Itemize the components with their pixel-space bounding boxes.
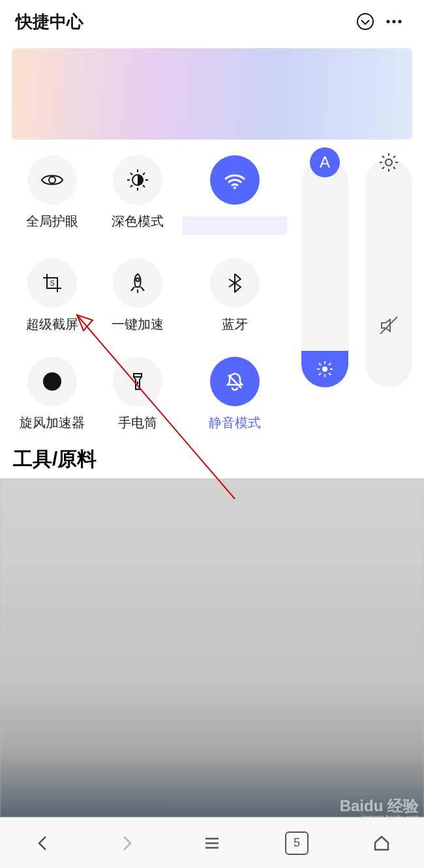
screenshot-icon: S bbox=[27, 258, 77, 308]
more-icon[interactable] bbox=[380, 7, 408, 36]
tile-eye-protect[interactable]: 全局护眼 bbox=[12, 155, 92, 235]
volume-slider[interactable] bbox=[365, 159, 412, 387]
tile-label: 深色模式 bbox=[112, 213, 164, 230]
tile-label: 全局护眼 bbox=[26, 213, 78, 230]
blurred-content bbox=[0, 479, 424, 817]
forward-button[interactable] bbox=[110, 826, 144, 860]
tile-label: 静音模式 bbox=[209, 414, 261, 432]
svg-point-3 bbox=[398, 20, 401, 23]
header: 快捷中心 bbox=[0, 0, 424, 37]
back-button[interactable] bbox=[25, 826, 59, 860]
page-title: 快捷中心 bbox=[16, 10, 351, 33]
flashlight-icon bbox=[113, 357, 162, 406]
svg-line-13 bbox=[143, 173, 145, 175]
tile-label: 超级截屏 bbox=[26, 316, 78, 333]
gradient-banner bbox=[12, 48, 412, 140]
svg-point-1 bbox=[386, 20, 389, 23]
svg-point-4 bbox=[49, 177, 55, 183]
bluetooth-icon bbox=[210, 258, 260, 308]
svg-line-25 bbox=[319, 363, 321, 365]
svg-line-26 bbox=[329, 373, 331, 375]
tile-super-screenshot[interactable]: S 超级截屏 bbox=[12, 258, 92, 333]
eye-icon bbox=[27, 155, 77, 205]
svg-point-0 bbox=[357, 14, 373, 29]
tile-bluetooth[interactable]: 蓝牙 bbox=[183, 258, 287, 333]
brightness-icon bbox=[316, 360, 334, 378]
svg-point-14 bbox=[234, 187, 236, 189]
watermark-brand: Baidu 经验 bbox=[340, 798, 419, 814]
svg-line-12 bbox=[130, 185, 132, 187]
tile-wifi[interactable] bbox=[183, 155, 287, 235]
menu-button[interactable] bbox=[195, 826, 229, 860]
tile-one-tap-boost[interactable]: 一键加速 bbox=[97, 258, 177, 333]
collapse-icon[interactable] bbox=[351, 7, 380, 36]
svg-line-10 bbox=[130, 173, 132, 175]
quick-toggle-grid: 全局护眼 深色模式 S 超级截屏 一键加速 bbox=[12, 155, 287, 432]
svg-line-28 bbox=[329, 363, 331, 365]
svg-line-30 bbox=[380, 317, 397, 334]
wifi-ssid-bar bbox=[183, 217, 287, 235]
brightness-fill bbox=[301, 351, 348, 387]
brightness-slider[interactable]: A bbox=[301, 159, 348, 387]
dot-icon bbox=[27, 357, 77, 406]
svg-line-27 bbox=[319, 373, 321, 375]
tab-count: 5 bbox=[285, 831, 309, 855]
svg-point-20 bbox=[322, 367, 327, 372]
svg-text:S: S bbox=[50, 280, 54, 287]
tile-spin-accelerator[interactable]: 旋风加速器 bbox=[12, 357, 92, 432]
bell-off-icon bbox=[210, 357, 260, 406]
quick-panel: 全局护眼 深色模式 S 超级截屏 一键加速 bbox=[0, 140, 424, 451]
gear-icon[interactable] bbox=[374, 147, 404, 177]
svg-point-2 bbox=[392, 20, 395, 23]
tile-label: 手电筒 bbox=[118, 414, 157, 432]
background-page: 工具/原料 bbox=[0, 440, 424, 817]
tile-label: 旋风加速器 bbox=[20, 414, 85, 432]
svg-point-16 bbox=[136, 278, 139, 282]
tabs-button[interactable]: 5 bbox=[280, 826, 314, 860]
svg-line-11 bbox=[143, 185, 145, 187]
rocket-icon bbox=[113, 258, 162, 308]
tile-flashlight[interactable]: 手电筒 bbox=[97, 357, 177, 432]
home-button[interactable] bbox=[365, 826, 399, 860]
browser-bottom-bar: 5 bbox=[0, 817, 424, 868]
volume-mute-icon bbox=[378, 314, 400, 337]
section-title: 工具/原料 bbox=[0, 440, 424, 479]
wifi-icon bbox=[210, 155, 260, 205]
tile-label: 一键加速 bbox=[112, 316, 164, 333]
auto-brightness-badge[interactable]: A bbox=[310, 147, 340, 177]
tile-dark-mode[interactable]: 深色模式 bbox=[97, 155, 177, 235]
svg-point-29 bbox=[386, 159, 392, 166]
dark-mode-icon bbox=[113, 155, 162, 205]
tile-silent-mode[interactable]: 静音模式 bbox=[183, 357, 287, 432]
tile-label: 蓝牙 bbox=[222, 316, 248, 333]
sliders: A bbox=[301, 155, 412, 432]
